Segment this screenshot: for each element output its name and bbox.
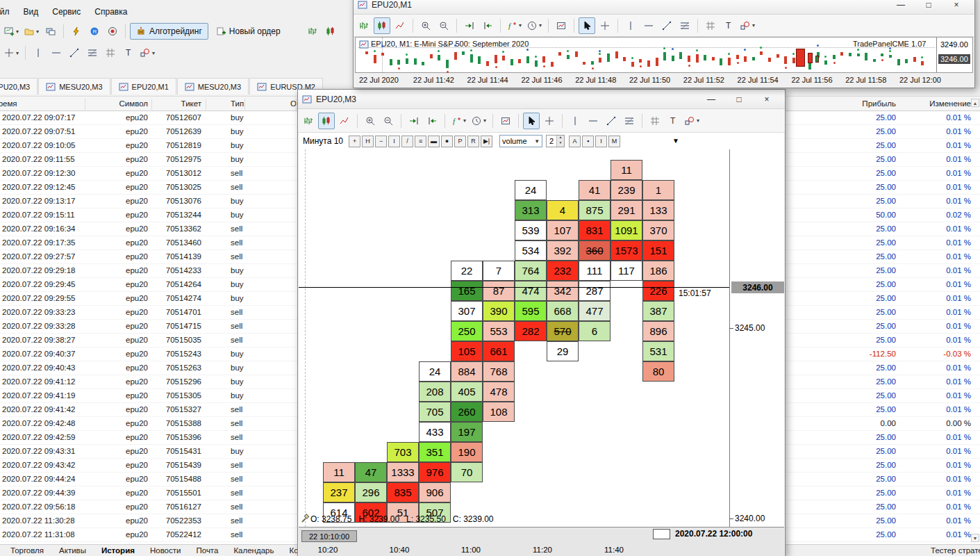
bottom-tab-2[interactable]: История (94, 545, 142, 556)
volume-dropdown[interactable]: volume ▼ (499, 135, 542, 147)
templates-button[interactable] (497, 113, 514, 129)
trendline-button[interactable] (658, 17, 675, 34)
vertical-line-button[interactable] (622, 17, 639, 34)
fibonacci-button[interactable] (621, 113, 638, 129)
vertical-line-button[interactable] (30, 44, 47, 61)
chart-tab-0[interactable]: EPU20,M3 (0, 78, 38, 95)
crosshair-button[interactable] (541, 113, 558, 129)
zoom-in-button[interactable] (417, 17, 434, 34)
zoom-out-button[interactable] (435, 17, 452, 34)
candle-chart-button[interactable] (374, 17, 390, 34)
fibonacci-button[interactable] (676, 17, 693, 34)
bottom-tab-1[interactable]: Активы (51, 545, 94, 556)
auto-scroll-button[interactable] (461, 17, 478, 34)
cluster-button-1[interactable]: H (362, 136, 374, 147)
candle-chart-button[interactable] (318, 113, 335, 129)
horizontal-line-button[interactable] (585, 113, 601, 129)
vertical-line-button[interactable] (567, 113, 583, 129)
chart-tab-3[interactable]: MESU20,M3 (177, 78, 249, 95)
panel-caret-icon[interactable]: ▼ (672, 137, 679, 145)
restore-button[interactable]: □ (915, 0, 942, 13)
zoom-out-button[interactable] (380, 113, 397, 129)
menu-item-0[interactable]: Файл (0, 5, 17, 19)
line-chart-button[interactable] (392, 17, 408, 34)
trendline-button[interactable] (66, 44, 83, 61)
m3-titlebar[interactable]: EPU20,M3 — □ × (298, 90, 785, 109)
stepper-arrows[interactable]: ▲▼ (556, 136, 564, 147)
m1-titlebar[interactable]: EPU20,M1 — □ × (354, 0, 974, 15)
auto-scroll-button[interactable] (406, 113, 422, 129)
crosshair-button[interactable]: ▾ (2, 44, 21, 61)
shapes-button[interactable]: ▾ (138, 44, 157, 61)
templates-button[interactable] (553, 17, 570, 34)
bar-chart-button[interactable] (356, 17, 372, 34)
text-button[interactable]: T (665, 113, 681, 129)
cluster-mode-button-3[interactable]: M (608, 136, 620, 147)
quantity-stepper[interactable]: 2 ▲▼ (546, 135, 565, 147)
column-header-profit[interactable]: Прибыль (862, 99, 896, 108)
fibonacci-button[interactable] (84, 44, 101, 61)
bar-chart-button[interactable] (304, 23, 321, 40)
bottom-tab-4[interactable]: Почта (188, 545, 226, 556)
cluster-button-5[interactable]: ≡ (415, 136, 426, 147)
minimize-button[interactable]: — (887, 0, 915, 13)
cluster-button-2[interactable]: − (375, 136, 387, 147)
cluster-button-3[interactable]: I (388, 136, 400, 147)
community-button[interactable]: R (86, 23, 103, 40)
algo-trading-button[interactable]: Алготрейдинг (130, 23, 208, 40)
crosshair-button[interactable] (597, 17, 613, 34)
shapes-button[interactable]: ▾ (738, 17, 757, 34)
text-button[interactable]: T (720, 17, 737, 34)
new-chart-button[interactable]: ▾ (2, 23, 21, 40)
cluster-button-9[interactable]: R (467, 136, 479, 147)
text-button[interactable]: T (120, 44, 137, 61)
chart-tab-1[interactable]: MESU20,M3 (38, 78, 110, 95)
profiles-button[interactable]: ▾ (22, 23, 41, 40)
cluster-mode-button-0[interactable]: A (569, 136, 581, 147)
new-order-button[interactable]: Новый ордер (210, 23, 287, 40)
line-chart-button[interactable] (336, 113, 353, 129)
cluster-mode-button-2[interactable]: I (595, 136, 607, 147)
trendline-button[interactable] (603, 113, 620, 129)
close-button[interactable]: × (942, 0, 970, 13)
column-header-change[interactable]: Изменение (929, 99, 971, 108)
indicators-button[interactable]: f▾ (505, 17, 524, 34)
bottom-tab-3[interactable]: Новости (142, 545, 189, 556)
restore-button[interactable]: □ (725, 92, 753, 107)
cluster-button-4[interactable]: / (401, 136, 413, 147)
menu-item-3[interactable]: Справка (88, 5, 134, 19)
selected-time-box[interactable]: 22 10:10:00 (301, 530, 357, 542)
grid-button[interactable] (647, 113, 663, 129)
indicators-button[interactable]: f▾ (449, 113, 468, 129)
cursor-button[interactable] (523, 113, 540, 129)
shapes-button[interactable]: ▾ (683, 113, 701, 129)
stepper-down-icon[interactable]: ▼ (557, 141, 564, 147)
menu-item-1[interactable]: Вид (17, 5, 46, 19)
candle-chart-button[interactable] (322, 23, 339, 40)
bottom-tab-0[interactable]: Торговля (3, 545, 51, 556)
close-button[interactable]: × (753, 92, 781, 107)
column-header-type[interactable]: Тип (231, 99, 244, 108)
cluster-mode-button-1[interactable]: ▪ (582, 136, 594, 147)
periods-button[interactable]: ▾ (470, 113, 488, 129)
bar-chart-button[interactable] (300, 113, 317, 129)
column-header-symbol[interactable]: Символ (119, 99, 148, 108)
horizontal-line-button[interactable] (48, 44, 65, 61)
periods-button[interactable]: ▾ (525, 17, 544, 34)
zoom-in-button[interactable] (362, 113, 379, 129)
minimize-button[interactable]: — (697, 92, 725, 107)
chart-shift-button[interactable] (479, 17, 496, 34)
cluster-button-6[interactable]: ▬ (428, 136, 440, 147)
charts-button[interactable] (42, 23, 59, 40)
cluster-button-7[interactable]: ● (441, 136, 453, 147)
cluster-button-0[interactable]: + (349, 136, 360, 147)
cluster-button-10[interactable]: ▶| (481, 136, 492, 147)
chart-tab-2[interactable]: EPU20,M1 (111, 78, 176, 95)
column-header-time[interactable]: Время (0, 99, 17, 108)
target-button[interactable] (104, 23, 121, 40)
grid-button[interactable] (702, 17, 719, 34)
scroll-down-icon[interactable]: ▼ (971, 534, 979, 542)
horizontal-line-button[interactable] (640, 17, 657, 34)
grid-button[interactable] (102, 44, 119, 61)
chart-shift-button[interactable] (424, 113, 440, 129)
